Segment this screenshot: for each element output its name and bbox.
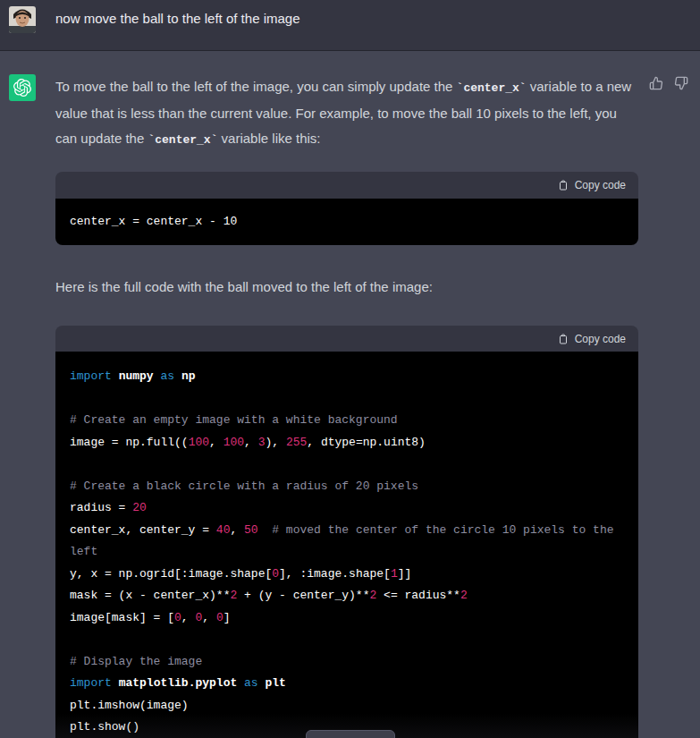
thumbs-up-button[interactable]: [649, 76, 663, 90]
code-block-2: Copy code import numpy as np # Create an…: [55, 326, 638, 738]
user-message-text: now move the ball to the left of the ima…: [55, 6, 610, 31]
code-block-1: Copy code center_x = center_x - 10: [55, 172, 638, 245]
assistant-paragraph-2: Here is the full code with the ball move…: [55, 275, 637, 300]
code-line: # Create a black circle with a radius of…: [70, 476, 624, 498]
user-avatar: [9, 6, 36, 33]
code-line: [70, 454, 624, 476]
code-line: [70, 629, 624, 651]
code-block-1-header: Copy code: [55, 172, 638, 199]
user-message-row: now move the ball to the left of the ima…: [0, 0, 700, 51]
thumbs-down-button[interactable]: [674, 76, 688, 90]
copy-code-label: Copy code: [575, 333, 626, 345]
assistant-message-row: To move the ball to the left of the imag…: [0, 51, 700, 738]
code-line: import numpy as np: [70, 366, 624, 388]
code-line: center_x, center_y = 40, 50 # moved the …: [70, 520, 624, 542]
user-photo: [9, 6, 36, 33]
assistant-paragraph-1: To move the ball to the left of the imag…: [55, 74, 637, 153]
chat-window: now move the ball to the left of the ima…: [0, 0, 700, 738]
assistant-message-content: To move the ball to the left of the imag…: [55, 74, 637, 738]
code-line: plt.imshow(image): [70, 695, 624, 717]
code-line: # Create an empty image with a white bac…: [70, 410, 624, 432]
code-line: center_x = center_x - 10: [70, 215, 624, 229]
code-block-2-code: import numpy as np # Create an empty ima…: [55, 352, 638, 738]
code-line: [70, 388, 624, 411]
code-line: mask = (x - center_x)**2 + (y - center_y…: [70, 585, 624, 607]
code-line: image = np.full((100, 100, 3), 255, dtyp…: [70, 432, 624, 454]
code-line: left: [70, 541, 624, 564]
bottom-action-button-partial[interactable]: [306, 730, 395, 738]
code-line: y, x = np.ogrid[:image.shape[0], :image.…: [70, 564, 624, 586]
code-block-1-code: center_x = center_x - 10: [55, 199, 638, 245]
clipboard-icon: [558, 333, 569, 345]
thumbs-down-icon: [674, 76, 688, 90]
openai-logo-icon: [13, 79, 31, 97]
code-line: image[mask] = [0, 0, 0]: [70, 607, 624, 630]
clipboard-icon: [558, 179, 569, 191]
copy-code-button-1[interactable]: Copy code: [558, 179, 626, 191]
code-line: radius = 20: [70, 497, 624, 520]
code-line: import matplotlib.pyplot as plt: [70, 673, 624, 695]
thumbs-up-icon: [649, 76, 663, 90]
feedback-buttons: [649, 76, 688, 90]
copy-code-button-2[interactable]: Copy code: [558, 333, 626, 345]
assistant-avatar: [9, 74, 36, 101]
copy-code-label: Copy code: [575, 179, 626, 191]
code-line: # Display the image: [70, 651, 624, 674]
code-block-2-header: Copy code: [55, 326, 638, 352]
